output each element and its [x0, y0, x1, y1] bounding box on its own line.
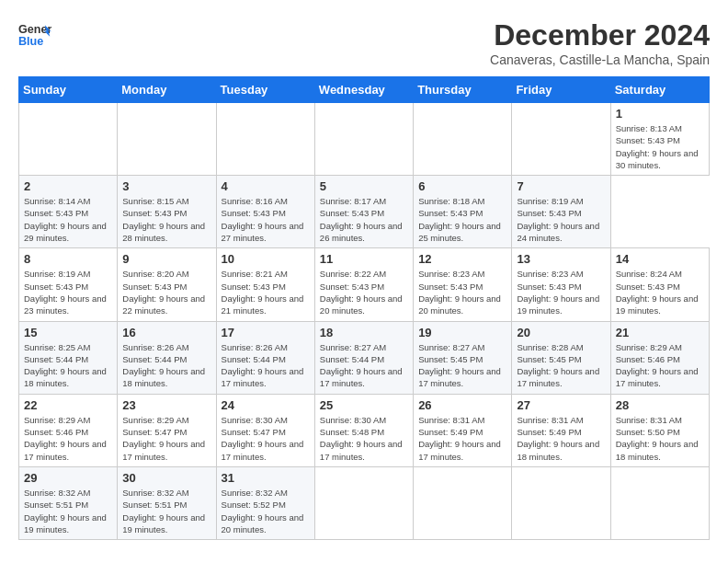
day-info: Sunrise: 8:32 AMSunset: 5:51 PMDaylight:… [122, 487, 210, 535]
svg-text:Blue: Blue [18, 35, 43, 48]
calendar-cell: 29 Sunrise: 8:32 AMSunset: 5:51 PMDaylig… [19, 466, 118, 539]
day-number: 9 [122, 252, 210, 266]
calendar-cell [19, 103, 118, 176]
day-number: 4 [222, 179, 310, 193]
calendar-cell: 6 Sunrise: 8:18 AMSunset: 5:43 PMDayligh… [414, 176, 512, 248]
day-number: 19 [418, 326, 506, 339]
day-number: 23 [122, 398, 210, 412]
calendar-cell: 5 Sunrise: 8:17 AMSunset: 5:43 PMDayligh… [314, 176, 413, 248]
calendar-cell [118, 103, 216, 176]
calendar-week-5: 29 Sunrise: 8:32 AMSunset: 5:51 PMDaylig… [19, 466, 710, 539]
day-info: Sunrise: 8:21 AMSunset: 5:43 PMDaylight:… [222, 268, 310, 316]
header-saturday: Saturday [610, 77, 709, 103]
calendar-cell: 10 Sunrise: 8:21 AMSunset: 5:43 PMDaylig… [216, 248, 314, 321]
calendar-cell: 22 Sunrise: 8:29 AMSunset: 5:46 PMDaylig… [19, 394, 118, 466]
day-number: 20 [517, 326, 605, 339]
logo-icon: General Blue [18, 18, 51, 52]
day-number: 11 [320, 252, 408, 266]
header-tuesday: Tuesday [216, 77, 314, 103]
header-wednesday: Wednesday [314, 77, 413, 103]
calendar-cell: 27 Sunrise: 8:31 AMSunset: 5:49 PMDaylig… [512, 394, 610, 466]
day-number: 14 [616, 252, 704, 266]
day-info: Sunrise: 8:27 AMSunset: 5:45 PMDaylight:… [418, 341, 506, 390]
calendar-cell: 9 Sunrise: 8:20 AMSunset: 5:43 PMDayligh… [118, 248, 216, 321]
day-info: Sunrise: 8:22 AMSunset: 5:43 PMDaylight:… [320, 268, 408, 316]
calendar-week-0: 1 Sunrise: 8:13 AMSunset: 5:43 PMDayligh… [19, 103, 710, 176]
calendar-cell [610, 466, 709, 539]
calendar-cell: 26 Sunrise: 8:31 AMSunset: 5:49 PMDaylig… [414, 394, 512, 466]
day-info: Sunrise: 8:31 AMSunset: 5:50 PMDaylight:… [616, 414, 704, 463]
calendar-cell: 25 Sunrise: 8:30 AMSunset: 5:48 PMDaylig… [314, 394, 413, 466]
calendar-title: December 2024 [490, 18, 710, 52]
day-info: Sunrise: 8:19 AMSunset: 5:43 PMDaylight:… [517, 195, 605, 244]
day-number: 18 [320, 326, 408, 339]
day-info: Sunrise: 8:16 AMSunset: 5:43 PMDaylight:… [222, 195, 310, 244]
calendar-week-4: 22 Sunrise: 8:29 AMSunset: 5:46 PMDaylig… [19, 394, 710, 466]
day-info: Sunrise: 8:13 AMSunset: 5:43 PMDaylight:… [616, 122, 704, 171]
calendar-week-3: 15 Sunrise: 8:25 AMSunset: 5:44 PMDaylig… [19, 321, 710, 394]
day-number: 7 [517, 179, 605, 193]
calendar-cell: 23 Sunrise: 8:29 AMSunset: 5:47 PMDaylig… [118, 394, 216, 466]
day-info: Sunrise: 8:28 AMSunset: 5:45 PMDaylight:… [517, 341, 605, 390]
day-info: Sunrise: 8:19 AMSunset: 5:43 PMDaylight:… [24, 268, 112, 316]
day-info: Sunrise: 8:15 AMSunset: 5:43 PMDaylight:… [122, 195, 210, 244]
day-number: 16 [122, 326, 210, 339]
day-info: Sunrise: 8:29 AMSunset: 5:47 PMDaylight:… [122, 414, 210, 463]
day-info: Sunrise: 8:32 AMSunset: 5:51 PMDaylight:… [24, 487, 112, 535]
day-info: Sunrise: 8:27 AMSunset: 5:44 PMDaylight:… [320, 341, 408, 390]
day-number: 28 [616, 398, 704, 412]
logo: General Blue [18, 18, 51, 52]
day-info: Sunrise: 8:24 AMSunset: 5:43 PMDaylight:… [616, 268, 704, 316]
calendar-cell: 31 Sunrise: 8:32 AMSunset: 5:52 PMDaylig… [216, 466, 314, 539]
day-number: 25 [320, 398, 408, 412]
calendar-cell: 16 Sunrise: 8:26 AMSunset: 5:44 PMDaylig… [118, 321, 216, 394]
calendar-week-2: 8 Sunrise: 8:19 AMSunset: 5:43 PMDayligh… [19, 248, 710, 321]
calendar-body: 1 Sunrise: 8:13 AMSunset: 5:43 PMDayligh… [19, 103, 710, 540]
day-info: Sunrise: 8:23 AMSunset: 5:43 PMDaylight:… [517, 268, 605, 316]
calendar-cell: 11 Sunrise: 8:22 AMSunset: 5:43 PMDaylig… [314, 248, 413, 321]
calendar-cell: 13 Sunrise: 8:23 AMSunset: 5:43 PMDaylig… [512, 248, 610, 321]
calendar-cell: 21 Sunrise: 8:29 AMSunset: 5:46 PMDaylig… [610, 321, 709, 394]
header-sunday: Sunday [19, 77, 118, 103]
day-info: Sunrise: 8:25 AMSunset: 5:44 PMDaylight:… [24, 341, 112, 390]
calendar-cell [512, 103, 610, 176]
day-number: 3 [122, 179, 210, 193]
calendar-cell: 1 Sunrise: 8:13 AMSunset: 5:43 PMDayligh… [610, 103, 709, 176]
day-info: Sunrise: 8:23 AMSunset: 5:43 PMDaylight:… [418, 268, 506, 316]
day-info: Sunrise: 8:32 AMSunset: 5:52 PMDaylight:… [222, 487, 310, 535]
calendar-cell: 19 Sunrise: 8:27 AMSunset: 5:45 PMDaylig… [414, 321, 512, 394]
day-info: Sunrise: 8:18 AMSunset: 5:43 PMDaylight:… [418, 195, 506, 244]
day-number: 17 [222, 326, 310, 339]
day-info: Sunrise: 8:30 AMSunset: 5:48 PMDaylight:… [320, 414, 408, 463]
calendar-cell: 3 Sunrise: 8:15 AMSunset: 5:43 PMDayligh… [118, 176, 216, 248]
day-info: Sunrise: 8:31 AMSunset: 5:49 PMDaylight:… [418, 414, 506, 463]
calendar-cell: 4 Sunrise: 8:16 AMSunset: 5:43 PMDayligh… [216, 176, 314, 248]
day-number: 2 [24, 179, 112, 193]
day-info: Sunrise: 8:26 AMSunset: 5:44 PMDaylight:… [222, 341, 310, 390]
day-number: 10 [222, 252, 310, 266]
day-info: Sunrise: 8:14 AMSunset: 5:43 PMDaylight:… [24, 195, 112, 244]
day-info: Sunrise: 8:29 AMSunset: 5:46 PMDaylight:… [24, 414, 112, 463]
day-number: 6 [418, 179, 506, 193]
header: General Blue December 2024 Canaveras, Ca… [18, 18, 710, 67]
day-number: 30 [122, 471, 210, 485]
calendar-cell [414, 466, 512, 539]
day-number: 21 [616, 326, 704, 339]
day-number: 8 [24, 252, 112, 266]
header-thursday: Thursday [414, 77, 512, 103]
calendar-subtitle: Canaveras, Castille-La Mancha, Spain [490, 52, 710, 67]
calendar-cell [314, 466, 413, 539]
day-info: Sunrise: 8:20 AMSunset: 5:43 PMDaylight:… [122, 268, 210, 316]
calendar-cell: 8 Sunrise: 8:19 AMSunset: 5:43 PMDayligh… [19, 248, 118, 321]
day-info: Sunrise: 8:29 AMSunset: 5:46 PMDaylight:… [616, 341, 704, 390]
calendar-week-1: 2 Sunrise: 8:14 AMSunset: 5:43 PMDayligh… [19, 176, 710, 248]
calendar-cell: 12 Sunrise: 8:23 AMSunset: 5:43 PMDaylig… [414, 248, 512, 321]
calendar-cell: 18 Sunrise: 8:27 AMSunset: 5:44 PMDaylig… [314, 321, 413, 394]
calendar-cell [314, 103, 413, 176]
calendar-cell: 24 Sunrise: 8:30 AMSunset: 5:47 PMDaylig… [216, 394, 314, 466]
day-number: 29 [24, 471, 112, 485]
calendar-cell: 28 Sunrise: 8:31 AMSunset: 5:50 PMDaylig… [610, 394, 709, 466]
calendar-cell [216, 103, 314, 176]
header-row: Sunday Monday Tuesday Wednesday Thursday… [19, 77, 710, 103]
calendar-cell [512, 466, 610, 539]
